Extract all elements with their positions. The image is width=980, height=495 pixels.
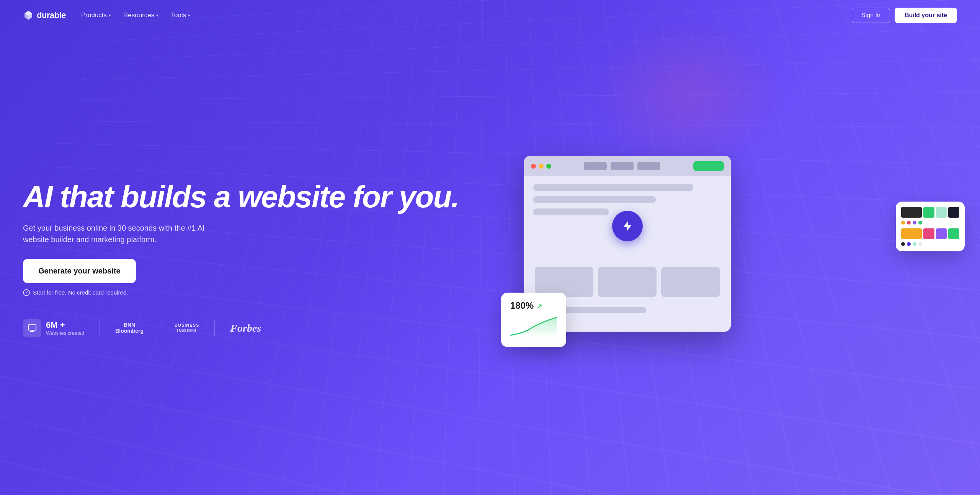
palette-swatch-green2 [948, 228, 959, 239]
nav-products[interactable]: Products ▾ [81, 11, 111, 19]
stats-divider [100, 321, 100, 336]
palette-dot-pink [907, 221, 911, 225]
hero-illustration: 180% ↗ [509, 148, 957, 370]
lightning-badge [612, 211, 643, 241]
window-minimize-dot [539, 164, 544, 169]
press-bnn: BNNBloomberg [115, 322, 144, 334]
stats-card-value: 180% ↗ [510, 300, 557, 311]
palette-swatch-mint [936, 207, 947, 218]
trend-graph [510, 315, 557, 338]
stats-overlay-card: 180% ↗ [501, 293, 566, 347]
palette-dot-indigo [907, 242, 911, 246]
stats-divider-2 [159, 321, 159, 336]
nav-resources[interactable]: Resources ▾ [123, 11, 158, 19]
nav-tools[interactable]: Tools ▾ [171, 11, 190, 19]
logo-text: durable [37, 10, 66, 20]
press-bi: BUSINESSINSIDER [175, 323, 199, 333]
palette-dot-purple [913, 221, 916, 225]
palette-swatch-violet [936, 228, 947, 239]
trend-arrow-icon: ↗ [536, 303, 542, 310]
palette-swatch-orange [901, 228, 922, 239]
palette-swatch-navy [948, 207, 959, 218]
grid-cell-2 [598, 267, 657, 297]
browser-tab-3 [637, 162, 660, 170]
palette-dot-dark [901, 242, 905, 246]
durable-logo-icon [23, 10, 34, 21]
palette-dot-mint [913, 242, 916, 246]
browser-action-btn [693, 161, 724, 171]
lightning-icon [621, 219, 634, 233]
content-bar-2 [533, 196, 656, 203]
websites-stat: 6M + Websites created [23, 319, 84, 337]
generate-website-button[interactable]: Generate your website [23, 259, 136, 283]
stats-divider-3 [214, 321, 215, 336]
tools-chevron-icon: ▾ [188, 13, 190, 18]
logo[interactable]: durable [23, 10, 66, 21]
products-chevron-icon: ▾ [109, 13, 111, 18]
grid-cell-3 [661, 267, 720, 297]
browser-tab-2 [611, 162, 634, 170]
signin-button[interactable]: Sign In [852, 8, 890, 23]
palette-dot-green [918, 221, 922, 225]
svg-rect-0 [28, 325, 36, 330]
palette-swatch-pink [923, 228, 934, 239]
palette-dot-orange [901, 221, 905, 225]
monitor-icon-wrap [23, 319, 41, 337]
build-site-button[interactable]: Build your site [895, 8, 957, 23]
stat-desc: Websites created [46, 330, 84, 336]
content-bar-3 [533, 208, 609, 215]
stat-number: 6M + [46, 320, 84, 330]
window-close-dot [531, 164, 536, 169]
color-palette-card [896, 202, 965, 251]
free-label-text: Start for free. No credit card required. [33, 289, 128, 296]
window-expand-dot [546, 164, 551, 169]
press-forbes: Forbes [230, 322, 261, 334]
check-icon: ✓ [23, 289, 30, 296]
palette-swatch-dark [901, 207, 922, 218]
monitor-icon [28, 324, 37, 333]
hero-title: AI that builds a website for you. [23, 181, 493, 213]
hero-subtitle: Get your business online in 30 seconds w… [23, 222, 207, 245]
browser-tab-1 [584, 162, 607, 170]
palette-swatch-green [923, 207, 934, 218]
content-bar-1 [533, 184, 693, 191]
resources-chevron-icon: ▾ [156, 13, 158, 18]
palette-dot-light [918, 242, 922, 246]
